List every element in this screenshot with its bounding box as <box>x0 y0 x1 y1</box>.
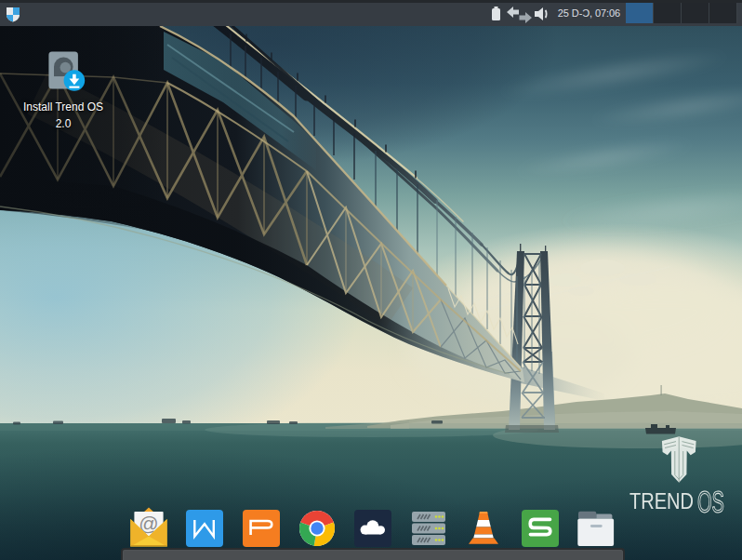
svg-text:TREND: TREND <box>629 489 694 513</box>
svg-text:OS: OS <box>697 484 724 519</box>
